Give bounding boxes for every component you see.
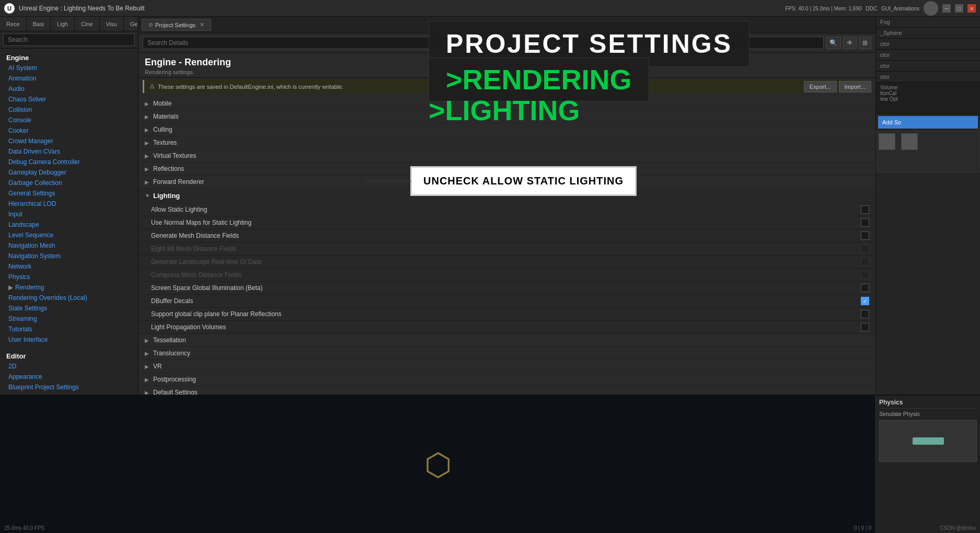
right-panel-volume-area: Volume tionCal iew Opt <box>876 83 980 114</box>
sidebar-item-debug-camera[interactable]: Debug Camera Controller <box>0 157 138 167</box>
project-settings-title: PROJECT SETTINGS <box>446 29 732 59</box>
simulate-label: Simulate Physic <box>879 411 977 417</box>
viewport-coords: 0 | 0 | 0 <box>854 525 871 531</box>
forward-renderer-arrow-icon: ▶ <box>145 179 151 185</box>
allow-static-lighting-checkbox[interactable] <box>861 205 869 214</box>
sidebar-item-collision[interactable]: Collision <box>0 105 138 115</box>
sidebar-item-chaos-solver[interactable]: Chaos Solver <box>0 94 138 105</box>
sidebar-item-blueprint-project-settings[interactable]: Blueprint Project Settings <box>0 382 138 392</box>
category-vr-label: VR <box>153 363 162 370</box>
import-button[interactable]: Import... <box>839 81 871 92</box>
sidebar-item-crowd-manager[interactable]: Crowd Manager <box>0 136 138 146</box>
sidebar-item-general-settings[interactable]: General Settings <box>0 188 138 199</box>
sidebar-item-gameplay-debugger[interactable]: Gameplay Debugger <box>0 167 138 178</box>
preview-box-2 <box>901 133 918 150</box>
right-panel-ctor2: ctor <box>876 50 980 61</box>
sidebar-item-navigation-system[interactable]: Navigation System <box>0 251 138 261</box>
setting-row-allow-static-lighting: Allow Static Lighting <box>139 203 875 216</box>
ddc-label: DDC <box>866 6 878 11</box>
dbuffer-decals-checkbox[interactable] <box>861 297 869 305</box>
sidebar-item-tutorials[interactable]: Tutorials <box>0 324 138 334</box>
sidebar-item-hierarchical-lod[interactable]: Hierarchical LOD <box>0 199 138 209</box>
nav-tab-light[interactable]: Ligh <box>51 17 75 31</box>
category-forward-renderer-label: Forward Renderer <box>153 178 204 186</box>
title-bar: U Unreal Engine : Lighting Needs To Be R… <box>0 0 980 17</box>
close-button[interactable]: ✕ <box>967 4 976 13</box>
nav-tab-geo[interactable]: Geo <box>124 17 139 31</box>
ssgi-checkbox[interactable] <box>861 284 869 292</box>
sidebar-item-audio[interactable]: Audio <box>0 84 138 94</box>
category-textures-label: Textures <box>153 139 177 146</box>
search-button[interactable]: 🔍 <box>826 37 841 49</box>
sidebar-item-console[interactable]: Console <box>0 115 138 125</box>
view-opt-label: iew Opt <box>880 96 976 102</box>
tooltip-arrow-container <box>365 181 411 182</box>
sidebar-search-area <box>0 31 138 49</box>
sidebar-item-garbage-collection[interactable]: Garbage Collection <box>0 178 138 188</box>
right-panel-ctor4: ctor <box>876 72 980 83</box>
reflections-arrow-icon: ▶ <box>145 166 151 172</box>
sidebar-search-input[interactable] <box>3 33 135 46</box>
normal-maps-checkbox[interactable] <box>861 218 869 227</box>
sidebar-item-cooker[interactable]: Cooker <box>0 125 138 136</box>
title-bar-right: FPS: 40.0 | 25.0ms | Mem: 1,690 DDC GUI_… <box>785 0 980 17</box>
clip-plane-label: Support global clip plane for Planar Ref… <box>151 310 861 318</box>
tab-close-icon[interactable]: ✕ <box>200 21 204 28</box>
category-tessellation[interactable]: ▶ Tessellation <box>139 334 875 347</box>
lighting-arrow-icon: ▼ <box>145 193 151 199</box>
virtual-textures-arrow-icon: ▶ <box>145 153 151 159</box>
ssgi-label: Screen Space Global Illumination (Beta) <box>151 284 861 292</box>
sidebar-item-streaming[interactable]: Streaming <box>0 314 138 324</box>
nav-tab-basic[interactable]: Basi <box>27 17 51 31</box>
sidebar-item-rendering[interactable]: ▶ Rendering <box>0 282 138 293</box>
generate-mesh-df-checkbox[interactable] <box>861 231 869 240</box>
compress-mesh-df-label: Compress Mesh Distance Fields <box>151 271 861 279</box>
category-translucency[interactable]: ▶ Translucency <box>139 347 875 360</box>
add-so-button[interactable]: Add So <box>878 116 978 129</box>
expand-button[interactable]: ⊞ <box>859 37 871 49</box>
category-mobile-label: Mobile <box>153 100 171 107</box>
sidebar-item-navigation-mesh[interactable]: Navigation Mesh <box>0 240 138 251</box>
sidebar-item-level-sequence[interactable]: Level Sequence <box>0 230 138 240</box>
category-postprocessing[interactable]: ▶ Postprocessing <box>139 373 875 386</box>
nav-tab-recent[interactable]: Rece <box>0 17 27 31</box>
export-button[interactable]: Export... <box>804 81 837 92</box>
sidebar-item-animation[interactable]: Animation <box>0 73 138 84</box>
sidebar-item-input[interactable]: Input <box>0 209 138 219</box>
setting-row-generate-mesh-df: Generate Mesh Distance Fields <box>139 229 875 242</box>
sidebar-item-physics[interactable]: Physics <box>0 272 138 282</box>
nav-tab-cine[interactable]: Cine <box>75 17 100 31</box>
setting-row-eight-bit-mesh-df: Eight Bit Mesh Distance Fields <box>139 242 875 256</box>
setting-row-lpv: Light Propagation Volumes <box>139 321 875 334</box>
right-panel-ctor3: ctor <box>876 61 980 72</box>
materials-arrow-icon: ▶ <box>145 114 151 120</box>
minimize-button[interactable]: ─ <box>942 4 951 13</box>
maximize-button[interactable]: □ <box>955 4 963 13</box>
category-translucency-label: Translucency <box>153 350 190 357</box>
sidebar-item-network[interactable]: Network <box>0 261 138 272</box>
sidebar-item-landscape[interactable]: Landscape <box>0 219 138 230</box>
sidebar-item-ai-system[interactable]: AI System <box>0 63 138 73</box>
right-panel-preview-area <box>876 131 980 172</box>
clip-plane-checkbox[interactable] <box>861 310 869 318</box>
uncheck-tooltip: UNCHECK ALLOW STATIC LIGHTING <box>410 166 637 196</box>
dbuffer-decals-label: DBuffer Decals <box>151 297 861 305</box>
project-settings-tab[interactable]: ⚙ Project Settings ✕ <box>142 19 211 31</box>
category-vr[interactable]: ▶ VR <box>139 360 875 373</box>
sidebar-item-data-driven-cvars[interactable]: Data Driven CVars <box>0 146 138 157</box>
category-virtual-textures[interactable]: ▶ Virtual Textures <box>139 149 875 163</box>
setting-row-compress-mesh-df: Compress Mesh Distance Fields <box>139 269 875 282</box>
bottom-viewport: ⬡ 25.0ms 40.0 FPS 0 | 0 | 0 Physics Simu… <box>0 395 980 533</box>
culling-arrow-icon: ▶ <box>145 127 151 133</box>
sidebar-item-appearance[interactable]: Appearance <box>0 372 138 382</box>
category-virtual-textures-label: Virtual Textures <box>153 152 196 159</box>
eye-button[interactable]: 👁 <box>843 37 857 49</box>
category-textures[interactable]: ▶ Textures <box>139 136 875 149</box>
nav-tab-visual[interactable]: Visu <box>100 17 124 31</box>
sidebar-item-slate-settings[interactable]: Slate Settings <box>0 303 138 314</box>
sidebar-item-user-interface[interactable]: User Interface <box>0 334 138 345</box>
sidebar-item-2d[interactable]: 2D <box>0 361 138 372</box>
gui-anim-label: GUI_Animations <box>881 6 919 11</box>
sidebar-item-rendering-overrides[interactable]: Rendering Overrides (Local) <box>0 293 138 303</box>
lpv-checkbox[interactable] <box>861 323 869 331</box>
